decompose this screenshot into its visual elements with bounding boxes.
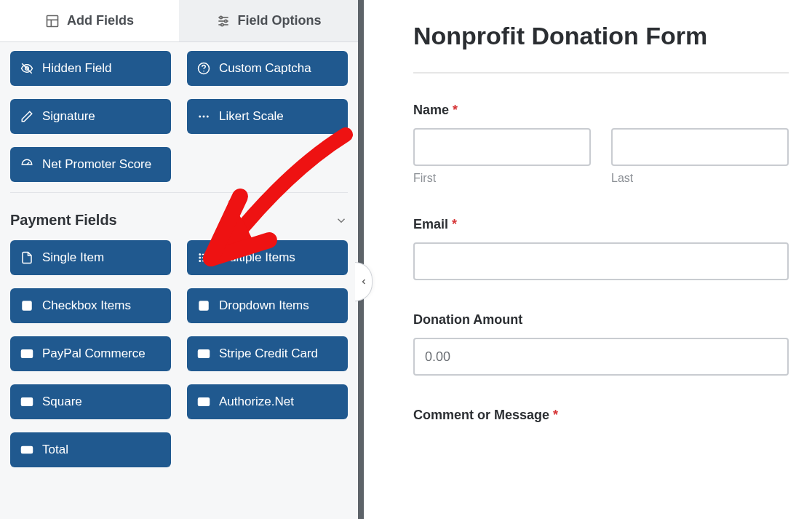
field-email[interactable]: Email *: [413, 217, 789, 280]
svg-point-7: [224, 20, 226, 22]
svg-point-22: [199, 261, 201, 262]
card-icon: [197, 395, 210, 408]
field-label: Custom Captcha: [219, 61, 311, 76]
card-icon: [20, 395, 33, 408]
field-checkbox-items[interactable]: Checkbox Items: [10, 288, 171, 323]
field-net-promoter[interactable]: Net Promoter Score: [10, 147, 171, 182]
field-single-item[interactable]: Single Item: [10, 240, 171, 275]
field-label: Multiple Items: [219, 250, 295, 265]
tabs: Add Fields Field Options: [0, 0, 358, 42]
tab-add-fields[interactable]: Add Fields: [0, 0, 179, 41]
email-input[interactable]: [413, 242, 789, 280]
required-mark: *: [453, 103, 458, 117]
field-custom-captcha[interactable]: Custom Captcha: [187, 51, 348, 86]
fancy-fields-grid: Hidden Field Custom Captcha Signature Li…: [10, 51, 348, 182]
svg-rect-31: [199, 398, 210, 406]
last-name-input[interactable]: [611, 128, 789, 166]
card-icon: [20, 347, 33, 360]
money-icon: [20, 443, 33, 456]
form-preview: Nonprofit Donation Form Name * First Las…: [364, 0, 812, 519]
tab-field-options-label: Field Options: [238, 13, 322, 28]
chevron-left-icon: [359, 277, 368, 286]
svg-rect-29: [22, 398, 33, 406]
field-label: Single Item: [42, 250, 104, 265]
left-panel: Add Fields Field Options Hidden Field Cu…: [0, 0, 364, 519]
field-stripe-cc[interactable]: Stripe Credit Card: [187, 336, 348, 371]
dropdown-icon: [197, 299, 210, 312]
form-title: Nonprofit Donation Form: [413, 22, 789, 74]
field-label: Signature: [42, 109, 95, 124]
gauge-icon: [20, 158, 33, 171]
sliders-icon: [216, 14, 231, 28]
name-label: Name *: [413, 103, 789, 118]
field-signature[interactable]: Signature: [10, 99, 171, 134]
svg-rect-25: [22, 350, 33, 358]
tab-field-options[interactable]: Field Options: [179, 0, 358, 41]
field-total[interactable]: Total: [10, 432, 171, 467]
panel-body: Hidden Field Custom Captcha Signature Li…: [0, 42, 358, 476]
section-title: Payment Fields: [10, 212, 117, 229]
dots-icon: [197, 110, 210, 123]
svg-point-12: [203, 71, 204, 72]
question-circle-icon: [197, 62, 210, 75]
field-label: PayPal Commerce: [42, 346, 146, 361]
field-authorize-net[interactable]: Authorize.Net: [187, 384, 348, 419]
field-comment[interactable]: Comment or Message *: [413, 408, 789, 423]
svg-point-34: [25, 448, 29, 452]
svg-point-6: [220, 16, 222, 18]
svg-point-20: [199, 254, 201, 255]
svg-point-21: [199, 257, 201, 258]
comment-label: Comment or Message *: [413, 408, 789, 423]
field-likert-scale[interactable]: Likert Scale: [187, 99, 348, 134]
checkbox-icon: [20, 299, 33, 312]
pencil-icon: [20, 110, 33, 123]
svg-point-8: [220, 23, 223, 25]
svg-rect-27: [199, 350, 210, 358]
email-label: Email *: [413, 217, 789, 232]
field-label: Hidden Field: [42, 61, 111, 76]
field-label: Likert Scale: [219, 109, 284, 124]
last-sublabel: Last: [611, 172, 789, 185]
file-icon: [20, 251, 33, 264]
required-mark: *: [553, 408, 558, 422]
svg-point-14: [203, 116, 205, 118]
field-dropdown-items[interactable]: Dropdown Items: [187, 288, 348, 323]
eye-slash-icon: [20, 62, 33, 75]
donation-input[interactable]: [413, 338, 789, 376]
field-label: Square: [42, 395, 82, 409]
field-label: Total: [42, 443, 68, 457]
card-icon: [197, 347, 210, 360]
field-name[interactable]: Name * First Last: [413, 103, 789, 185]
field-paypal-commerce[interactable]: PayPal Commerce: [10, 336, 171, 371]
field-label: Stripe Credit Card: [219, 346, 318, 361]
first-sublabel: First: [413, 172, 591, 185]
donation-label: Donation Amount: [413, 312, 789, 328]
required-mark: *: [452, 217, 457, 231]
svg-point-15: [207, 116, 209, 118]
first-name-input[interactable]: [413, 128, 591, 166]
field-hidden[interactable]: Hidden Field: [10, 51, 171, 86]
payment-fields-grid: Single Item Multiple Items Checkbox Item…: [10, 240, 348, 467]
list-icon: [197, 251, 210, 264]
svg-point-13: [199, 116, 201, 118]
field-label: Authorize.Net: [219, 395, 294, 409]
field-label: Checkbox Items: [42, 298, 131, 313]
field-label: Net Promoter Score: [42, 157, 151, 172]
field-donation-amount[interactable]: Donation Amount: [413, 312, 789, 376]
field-multiple-items[interactable]: Multiple Items: [187, 240, 348, 275]
field-square[interactable]: Square: [10, 384, 171, 419]
svg-rect-0: [47, 15, 57, 26]
tab-add-fields-label: Add Fields: [67, 13, 134, 28]
field-label: Dropdown Items: [219, 298, 309, 313]
section-payment-fields[interactable]: Payment Fields: [10, 192, 348, 240]
chevron-down-icon: [335, 214, 348, 227]
layout-icon: [45, 14, 60, 28]
